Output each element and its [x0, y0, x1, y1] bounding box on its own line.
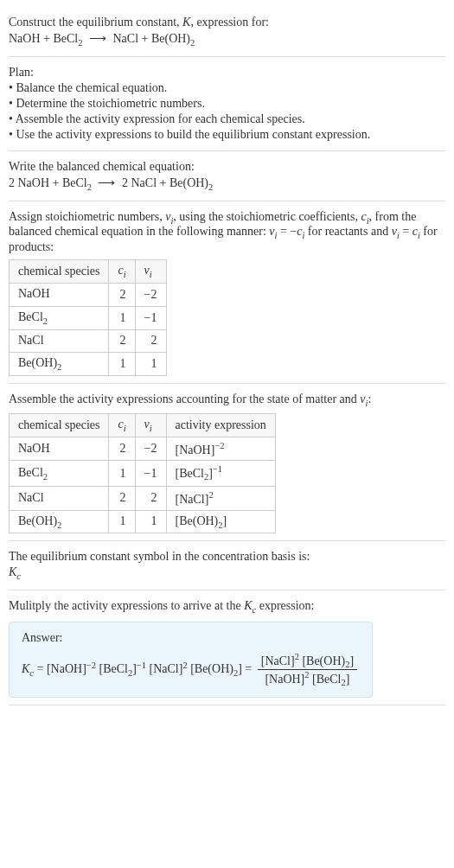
cell-c: 1 [109, 306, 135, 329]
num1: [NaCl] [261, 654, 295, 667]
answer-box: Answer: Kc = [NaOH]−2 [BeCl2]−1 [NaCl]2 … [9, 622, 373, 698]
multiply-section: Mulitply the activity expressions to arr… [9, 590, 445, 705]
cell-c: 2 [109, 437, 135, 461]
act-main: [NaOH] [176, 443, 215, 456]
eq-sign: = [34, 662, 47, 675]
fraction-denominator: [NaOH]2 [BeCl2] [258, 670, 357, 687]
col-ci-i: i [124, 270, 126, 279]
col-ci: ci [109, 260, 135, 284]
basis-kc: Kc [9, 565, 445, 581]
balanced-lhs-sub: 2 [87, 182, 92, 192]
kc-c: c [16, 571, 21, 581]
sp-text: NaCl [18, 334, 44, 347]
multiply-title: Mulitply the activity expressions to arr… [9, 599, 445, 615]
cell-c: 1 [109, 510, 135, 533]
table-row: Be(OH)2 1 1 [10, 353, 167, 376]
cell-activity: [BeCl2]−1 [166, 461, 275, 486]
den1: [NaOH] [265, 673, 304, 686]
cell-species: Be(OH)2 [10, 510, 109, 533]
cell-species: Be(OH)2 [10, 353, 109, 376]
act-sup: −2 [214, 441, 224, 450]
multiply-title-a: Mulitply the activity expressions to arr… [9, 599, 244, 612]
activity-table: chemical species ci νi activity expressi… [9, 413, 276, 533]
cell-nu: −2 [135, 283, 166, 306]
sp-text: BeCl [18, 466, 43, 479]
eq-sign2: = [242, 662, 255, 675]
balanced-title: Write the balanced chemical equation: [9, 160, 445, 174]
sp-text: Be(OH) [18, 356, 57, 369]
table-row: NaOH 2 −2 [10, 283, 167, 306]
t2sup: −1 [137, 660, 146, 669]
cell-c: 1 [109, 353, 135, 376]
arrow-icon: ⟶ [89, 31, 106, 46]
stoich-p1d: for reactants and [304, 225, 391, 238]
sp-text: NaOH [18, 287, 50, 300]
den2b: ] [346, 673, 350, 686]
col-species: chemical species [10, 413, 109, 437]
cell-c: 1 [109, 461, 135, 486]
stoich-text: Assign stoichiometric numbers, νi, using… [9, 210, 445, 255]
num1sup: 2 [295, 652, 299, 661]
num2a: [Be(OH) [302, 654, 345, 667]
basis-section: The equilibrium constant symbol in the c… [9, 541, 445, 590]
kc-k: K [244, 599, 252, 612]
col-nui: νi [135, 260, 166, 284]
t2a: [BeCl [99, 662, 127, 675]
cell-species: BeCl2 [10, 306, 109, 329]
stoich-p1a: Assign stoichiometric numbers, [9, 210, 165, 223]
answer-label: Answer: [22, 631, 360, 645]
eq-rhs: NaCl + Be(OH) [112, 32, 190, 45]
t3sup: 2 [182, 660, 187, 669]
col-nui-i: i [150, 424, 152, 433]
plan-bullet-3: • Assemble the activity expression for e… [9, 112, 445, 126]
balanced-equation: 2 NaOH + BeCl2 ⟶ 2 NaCl + Be(OH)2 [9, 176, 445, 192]
cell-activity: [Be(OH)2] [166, 510, 275, 533]
sp-sub: 2 [43, 316, 48, 326]
col-nui-i: i [150, 270, 152, 279]
t3: [NaCl] [150, 662, 183, 675]
activity-title-a: Assemble the activity expressions accoun… [9, 393, 360, 405]
plan-bullet-1: • Balance the chemical equation. [9, 81, 445, 95]
sp-text: NaOH [18, 442, 50, 455]
fraction: [NaCl]2 [Be(OH)2] [NaOH]2 [BeCl2] [258, 652, 357, 688]
intro-section: Construct the equilibrium constant, K, e… [9, 7, 445, 57]
arrow-icon: ⟶ [98, 176, 115, 190]
table-row: BeCl2 1 −1 [BeCl2]−1 [10, 461, 276, 486]
cell-nu: 1 [135, 353, 166, 376]
table-row: NaCl 2 2 [10, 329, 167, 353]
balanced-rhs-sub: 2 [208, 182, 213, 192]
cell-nu: 2 [135, 486, 166, 510]
intro-equation: NaOH + BeCl2 ⟶ NaCl + Be(OH)2 [9, 31, 445, 48]
cell-species: NaOH [10, 283, 109, 306]
table-row: NaOH 2 −2 [NaOH]−2 [10, 437, 276, 461]
t1sup: −2 [86, 660, 96, 669]
sp-sub: 2 [57, 520, 61, 529]
balanced-lhs: 2 NaOH + BeCl [9, 176, 87, 189]
cell-nu: 1 [135, 510, 166, 533]
den2a: [BeCl [312, 673, 341, 686]
act-sup: −1 [213, 464, 222, 474]
table-row: NaCl 2 2 [NaCl]2 [10, 486, 276, 510]
col-activity: activity expression [166, 413, 275, 437]
intro-text-pre: Construct the equilibrium constant, [9, 16, 182, 29]
col-nui: νi [135, 413, 166, 437]
table-row: BeCl2 1 −1 [10, 306, 167, 329]
t4a: [Be(OH) [190, 662, 233, 675]
col-ci-i: i [124, 424, 126, 433]
activity-title-b: : [368, 393, 371, 405]
eq-lhs-sub: 2 [78, 38, 82, 48]
intro-text-post: , expression for: [190, 16, 269, 29]
cell-species: NaOH [10, 437, 109, 461]
stoich-eq1b: = − [277, 225, 297, 238]
col-species: chemical species [10, 260, 109, 284]
act-main: [Be(OH) [176, 514, 219, 527]
balanced-rhs: 2 NaCl + Be(OH) [122, 176, 208, 189]
eq-rhs-sub: 2 [190, 38, 195, 48]
activity-section: Assemble the activity expressions accoun… [9, 384, 445, 541]
table-header-row: chemical species ci νi [10, 260, 167, 284]
cell-species: NaCl [10, 486, 109, 510]
kc-k: K [9, 565, 16, 578]
plan-section: Plan: • Balance the chemical equation. •… [9, 57, 445, 151]
kc-k: K [22, 662, 29, 675]
cell-species: NaCl [10, 329, 109, 353]
